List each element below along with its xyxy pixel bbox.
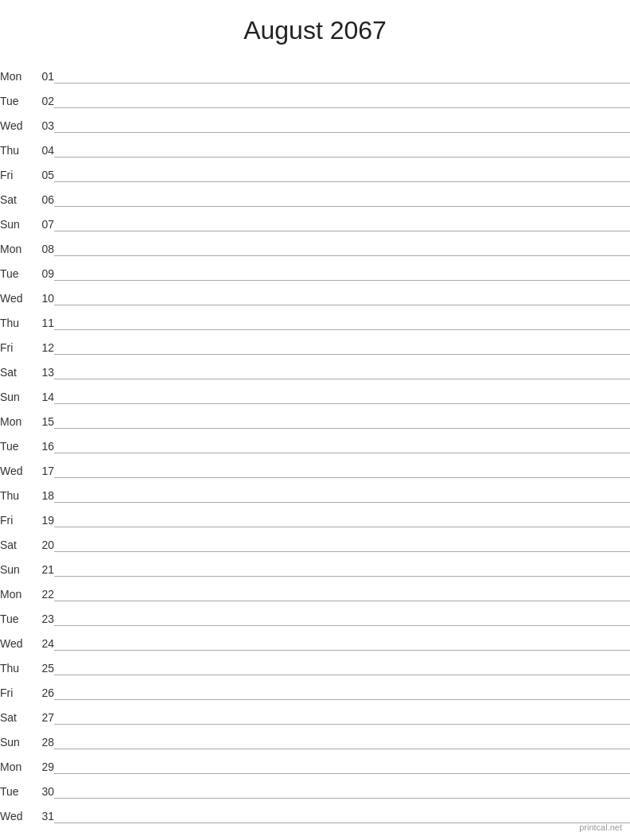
day-number: 31 (30, 798, 54, 822)
day-name: Wed (0, 107, 30, 132)
day-name: Thu (0, 305, 30, 329)
day-number: 22 (30, 576, 54, 601)
day-name: Tue (0, 773, 30, 798)
day-name: Fri (0, 502, 30, 527)
day-line-area[interactable] (54, 181, 630, 206)
day-name: Fri (0, 675, 30, 699)
day-line-area[interactable] (54, 379, 630, 403)
calendar-row: Wed10 (0, 280, 630, 305)
day-name: Tue (0, 601, 30, 625)
day-number: 11 (30, 305, 54, 329)
day-name: Sun (0, 206, 30, 231)
day-number: 24 (30, 625, 54, 650)
day-number: 08 (30, 231, 54, 255)
day-line-area[interactable] (54, 206, 630, 231)
day-line-area[interactable] (54, 83, 630, 107)
day-line-area[interactable] (54, 255, 630, 280)
day-line-area[interactable] (54, 477, 630, 502)
day-line-area[interactable] (54, 601, 630, 625)
day-number: 07 (30, 206, 54, 231)
calendar-row: Wed31 (0, 798, 630, 822)
day-number: 18 (30, 477, 54, 502)
day-name: Tue (0, 428, 30, 453)
day-number: 16 (30, 428, 54, 453)
calendar-row: Sun07 (0, 206, 630, 231)
day-name: Wed (0, 453, 30, 477)
calendar-row: Fri19 (0, 502, 630, 527)
day-number: 30 (30, 773, 54, 798)
day-line-area[interactable] (54, 527, 630, 551)
day-line-area[interactable] (54, 773, 630, 798)
calendar-row: Mon08 (0, 231, 630, 255)
day-line-area[interactable] (54, 58, 630, 83)
day-number: 14 (30, 379, 54, 403)
page-title: August 2067 (0, 0, 630, 58)
calendar-row: Mon29 (0, 749, 630, 773)
day-line-area[interactable] (54, 329, 630, 354)
calendar-row: Wed03 (0, 107, 630, 132)
calendar-row: Thu18 (0, 477, 630, 502)
day-name: Thu (0, 650, 30, 675)
day-line-area[interactable] (54, 798, 630, 822)
day-line-area[interactable] (54, 699, 630, 724)
day-number: 02 (30, 83, 54, 107)
calendar-row: Wed17 (0, 453, 630, 477)
day-name: Wed (0, 625, 30, 650)
day-name: Sat (0, 527, 30, 551)
day-line-area[interactable] (54, 280, 630, 305)
day-number: 12 (30, 329, 54, 354)
day-number: 17 (30, 453, 54, 477)
day-name: Mon (0, 58, 30, 83)
day-line-area[interactable] (54, 305, 630, 329)
day-number: 26 (30, 675, 54, 699)
day-line-area[interactable] (54, 675, 630, 699)
calendar-row: Thu11 (0, 305, 630, 329)
day-number: 28 (30, 724, 54, 749)
day-line-area[interactable] (54, 132, 630, 157)
day-name: Fri (0, 157, 30, 181)
day-name: Sun (0, 551, 30, 576)
day-line-area[interactable] (54, 551, 630, 576)
day-name: Sat (0, 699, 30, 724)
calendar-row: Mon22 (0, 576, 630, 601)
day-line-area[interactable] (54, 428, 630, 453)
day-line-area[interactable] (54, 749, 630, 773)
day-number: 25 (30, 650, 54, 675)
calendar-row: Thu04 (0, 132, 630, 157)
day-name: Tue (0, 83, 30, 107)
calendar-table: Mon01Tue02Wed03Thu04Fri05Sat06Sun07Mon08… (0, 58, 630, 823)
day-line-area[interactable] (54, 502, 630, 527)
day-name: Mon (0, 403, 30, 428)
calendar-row: Fri05 (0, 157, 630, 181)
day-number: 06 (30, 181, 54, 206)
day-line-area[interactable] (54, 157, 630, 181)
calendar-row: Sun28 (0, 724, 630, 749)
day-line-area[interactable] (54, 354, 630, 379)
calendar-row: Sun21 (0, 551, 630, 576)
day-number: 19 (30, 502, 54, 527)
calendar-row: Sat27 (0, 699, 630, 724)
day-line-area[interactable] (54, 403, 630, 428)
day-line-area[interactable] (54, 650, 630, 675)
day-number: 01 (30, 58, 54, 83)
day-name: Sun (0, 724, 30, 749)
calendar-row: Mon01 (0, 58, 630, 83)
day-number: 15 (30, 403, 54, 428)
calendar-row: Tue16 (0, 428, 630, 453)
day-name: Thu (0, 477, 30, 502)
day-number: 27 (30, 699, 54, 724)
day-line-area[interactable] (54, 625, 630, 650)
day-name: Tue (0, 255, 30, 280)
day-line-area[interactable] (54, 576, 630, 601)
day-name: Sun (0, 379, 30, 403)
day-line-area[interactable] (54, 231, 630, 255)
day-name: Thu (0, 132, 30, 157)
day-line-area[interactable] (54, 453, 630, 477)
day-line-area[interactable] (54, 724, 630, 749)
calendar-row: Fri26 (0, 675, 630, 699)
calendar-row: Sat06 (0, 181, 630, 206)
day-number: 29 (30, 749, 54, 773)
day-line-area[interactable] (54, 107, 630, 132)
calendar-row: Tue09 (0, 255, 630, 280)
calendar-row: Mon15 (0, 403, 630, 428)
